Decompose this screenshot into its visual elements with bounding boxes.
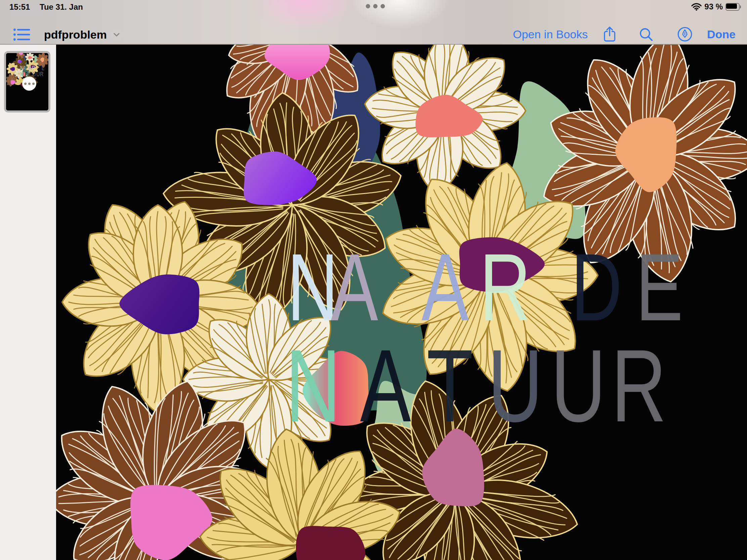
ellipsis-dot [24,83,27,85]
open-in-books-button[interactable]: Open in Books [513,28,588,41]
wifi-icon [691,3,702,11]
pdf-canvas[interactable] [56,45,747,560]
battery-percent: 93 % [704,2,723,11]
thumbnail-sidebar [0,45,56,560]
title-menu-button[interactable] [110,29,123,41]
quicklook-pdf-viewer: NAARDENATUUR 15:51 Tue 31. Jan [0,0,747,560]
page-options-ellipsis-button[interactable] [22,77,36,91]
chevron-down-icon [113,33,120,37]
page-thumbnail[interactable] [4,51,50,112]
status-date: Tue 31. Jan [40,2,83,12]
thumbnail-list-icon[interactable] [14,28,30,41]
ellipsis-dot [28,83,31,85]
markup-pen-icon[interactable] [677,27,693,42]
done-button[interactable]: Done [707,28,736,41]
status-time: 15:51 [9,2,30,12]
search-icon[interactable] [639,27,654,42]
toolbar: 15:51 Tue 31. Jan 93 % [0,0,747,45]
ellipsis-dot [32,83,34,85]
pdf-page-artwork [56,45,747,560]
share-icon[interactable] [603,26,616,42]
battery-icon [725,3,741,11]
multitasking-handle-icon[interactable] [366,4,385,8]
document-title: pdfproblem [44,28,107,41]
